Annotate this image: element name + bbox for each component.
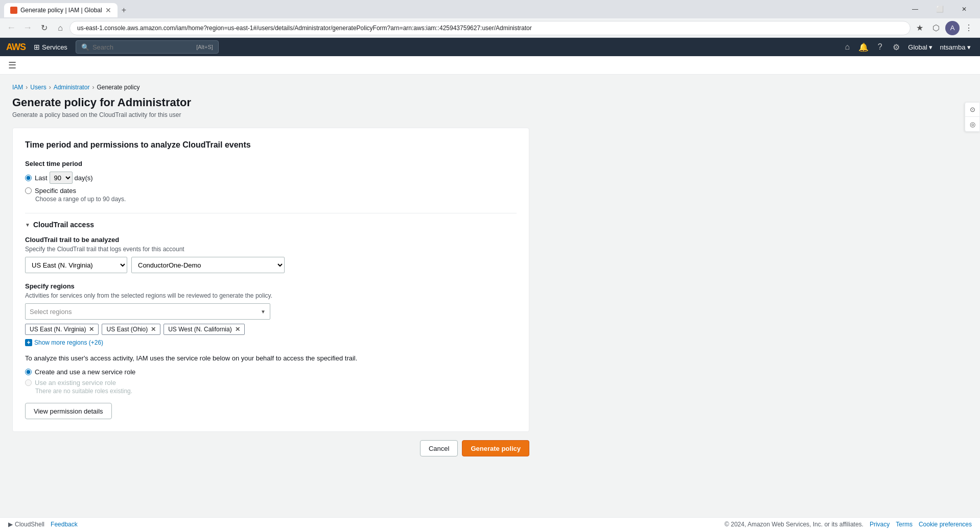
plus-icon: + bbox=[25, 339, 32, 346]
card-title: Time period and permissions to analyze C… bbox=[25, 140, 517, 150]
action-bar: Cancel Generate policy bbox=[12, 440, 529, 456]
region-tag-label-0: US East (N. Virginia) bbox=[30, 326, 86, 333]
nav-refresh-button[interactable]: ↻ bbox=[37, 21, 51, 35]
right-icon-1[interactable]: ⊙ bbox=[965, 103, 979, 117]
regions-help: Activities for services only from the se… bbox=[25, 292, 517, 299]
region-tag-0: US East (N. Virginia) ✕ bbox=[25, 324, 99, 335]
access-text: To analyze this user's access activity, … bbox=[25, 354, 517, 362]
bookmark-button[interactable]: ★ bbox=[913, 21, 927, 35]
nav-home-button[interactable]: ⌂ bbox=[53, 21, 67, 35]
cloudtrail-header[interactable]: ▼ CloudTrail access bbox=[25, 221, 517, 229]
address-bar[interactable]: us-east-1.console.aws.amazon.com/iam/hom… bbox=[69, 21, 911, 35]
region-tag-1: US East (Ohio) ✕ bbox=[102, 324, 160, 335]
last-radio[interactable] bbox=[25, 175, 32, 181]
page-subtitle: Generate a policy based on the CloudTrai… bbox=[12, 111, 529, 118]
region-dropdown[interactable]: Select regions ▼ bbox=[25, 303, 270, 320]
aws-logo: AWS bbox=[6, 42, 26, 53]
trail-select[interactable]: ConductorOne-Demo bbox=[131, 257, 285, 273]
show-more-regions-link[interactable]: + Show more regions (+26) bbox=[25, 339, 517, 346]
menu-button[interactable]: ⋮ bbox=[962, 21, 976, 35]
topnav-right: ⌂ 🔔 ? ⚙ Global ▾ ntsamba ▾ bbox=[839, 39, 974, 55]
search-input[interactable] bbox=[92, 43, 184, 51]
region-tag-remove-1[interactable]: ✕ bbox=[151, 326, 156, 332]
existing-role-label: Use an existing service role bbox=[35, 379, 116, 387]
close-button[interactable]: ✕ bbox=[952, 2, 976, 16]
region-select[interactable]: US East (N. Virginia) bbox=[25, 257, 127, 273]
cancel-button[interactable]: Cancel bbox=[420, 440, 458, 456]
tab-title: Generate policy | IAM | Global bbox=[20, 7, 102, 14]
profile-button[interactable]: A bbox=[945, 21, 960, 35]
time-period-section: Select time period Last 90 30 60 day(s) bbox=[25, 160, 517, 203]
breadcrumb-iam[interactable]: IAM bbox=[12, 84, 23, 91]
trail-desc: CloudTrail trail to be analyzed bbox=[25, 236, 517, 244]
breadcrumb-sep-1: › bbox=[26, 84, 28, 91]
nav-forward-button[interactable]: → bbox=[20, 21, 35, 35]
service-role-section: Create and use a new service role Use an… bbox=[25, 368, 517, 395]
settings-button[interactable]: ⚙ bbox=[889, 39, 904, 55]
breadcrumb-administrator[interactable]: Administrator bbox=[54, 84, 90, 91]
region-tag-label-1: US East (Ohio) bbox=[106, 326, 148, 333]
minimize-button[interactable]: — bbox=[903, 2, 927, 16]
view-permission-button[interactable]: View permission details bbox=[25, 403, 112, 419]
right-icon-2[interactable]: ◎ bbox=[965, 117, 979, 131]
notifications-button[interactable]: 🔔 bbox=[856, 39, 871, 55]
regions-section: Specify regions Activities for services … bbox=[25, 282, 517, 346]
cloudtrail-title: CloudTrail access bbox=[33, 221, 94, 229]
create-role-row: Create and use a new service role bbox=[25, 368, 517, 376]
search-icon: 🔍 bbox=[81, 43, 89, 51]
breadcrumb-sep-3: › bbox=[92, 84, 94, 91]
help-button[interactable]: ? bbox=[872, 39, 888, 55]
breadcrumb: IAM › Users › Administrator › Generate p… bbox=[12, 84, 529, 91]
region-tag-remove-0[interactable]: ✕ bbox=[89, 326, 94, 332]
address-text: us-east-1.console.aws.amazon.com/iam/hom… bbox=[77, 25, 532, 32]
grid-icon: ⊞ bbox=[34, 43, 40, 51]
region-tags: US East (N. Virginia) ✕ US East (Ohio) ✕… bbox=[25, 324, 517, 335]
specific-dates-label: Specific dates bbox=[35, 187, 76, 195]
last-radio-row: Last 90 30 60 day(s) bbox=[25, 172, 517, 184]
specific-dates-help: Choose a range of up to 90 days. bbox=[35, 196, 517, 203]
browser-tab[interactable]: Generate policy | IAM | Global ✕ bbox=[4, 3, 118, 17]
specific-dates-row: Specific dates Choose a range of up to 9… bbox=[25, 187, 517, 203]
tab-favicon bbox=[10, 7, 17, 14]
create-role-radio[interactable] bbox=[25, 369, 32, 375]
last-days-select[interactable]: 90 30 60 bbox=[50, 172, 73, 184]
section-divider-1 bbox=[25, 213, 517, 213]
regions-label: Specify regions bbox=[25, 282, 517, 290]
region-button[interactable]: Global ▾ bbox=[905, 41, 936, 53]
tab-close-icon[interactable]: ✕ bbox=[105, 6, 111, 14]
chevron-down-icon: ▼ bbox=[25, 222, 30, 228]
generate-policy-button[interactable]: Generate policy bbox=[462, 440, 529, 456]
services-button[interactable]: ⊞ Services bbox=[30, 41, 72, 53]
breadcrumb-current: Generate policy bbox=[97, 84, 139, 91]
region-tag-label-2: US West (N. California) bbox=[168, 326, 231, 333]
cloudtrail-section: ▼ CloudTrail access CloudTrail trail to … bbox=[25, 221, 517, 419]
region-tag-2: US West (N. California) ✕ bbox=[164, 324, 244, 335]
main-card: Time period and permissions to analyze C… bbox=[12, 128, 529, 432]
existing-role-radio[interactable] bbox=[25, 379, 32, 386]
region-select-wrapper[interactable]: Select regions ▼ bbox=[25, 303, 270, 320]
search-shortcut: [Alt+S] bbox=[196, 44, 213, 50]
main-content: IAM › Users › Administrator › Generate p… bbox=[0, 75, 542, 508]
right-side-icons: ⊙ ◎ bbox=[965, 102, 980, 132]
region-tag-remove-2[interactable]: ✕ bbox=[235, 326, 240, 332]
existing-role-help: There are no suitable roles existing. bbox=[35, 388, 517, 395]
hamburger-menu[interactable]: ☰ bbox=[8, 60, 16, 71]
create-role-label: Create and use a new service role bbox=[35, 368, 135, 376]
user-menu-button[interactable]: ntsamba ▾ bbox=[937, 41, 974, 53]
breadcrumb-users[interactable]: Users bbox=[30, 84, 46, 91]
dropdown-arrow-icon: ▼ bbox=[261, 309, 266, 315]
region-select-placeholder: Select regions bbox=[30, 308, 72, 316]
aws-topnav: AWS ⊞ Services 🔍 [Alt+S] ⌂ 🔔 ? ⚙ Global … bbox=[0, 38, 980, 56]
maximize-button[interactable]: ⬜ bbox=[928, 2, 951, 16]
page-title: Generate policy for Administrator bbox=[12, 96, 529, 109]
specific-dates-radio[interactable] bbox=[25, 187, 32, 194]
breadcrumb-sep-2: › bbox=[49, 84, 51, 91]
secondary-nav: ☰ bbox=[0, 56, 980, 75]
window-controls: — ⬜ ✕ bbox=[903, 2, 976, 16]
new-tab-button[interactable]: + bbox=[119, 6, 129, 15]
extensions-button[interactable]: ⬡ bbox=[929, 21, 943, 35]
search-box[interactable]: 🔍 [Alt+S] bbox=[76, 40, 219, 54]
nav-back-button[interactable]: ← bbox=[4, 21, 18, 35]
console-home-button[interactable]: ⌂ bbox=[839, 39, 855, 55]
last-label: Last 90 30 60 day(s) bbox=[35, 172, 93, 184]
